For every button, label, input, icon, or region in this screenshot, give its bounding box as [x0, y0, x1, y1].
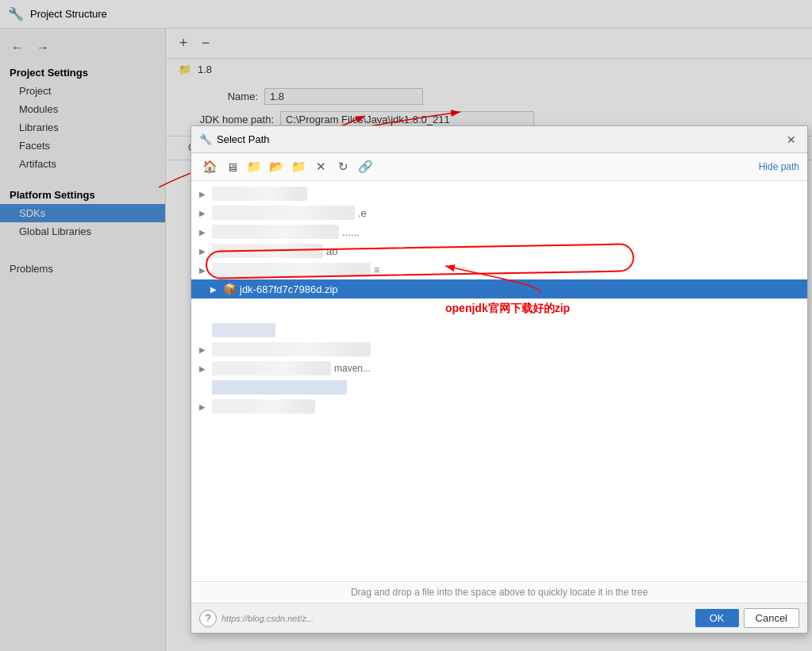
folder-button[interactable]: 📁	[244, 156, 264, 177]
cancel-button[interactable]: Cancel	[744, 608, 799, 628]
tree-item[interactable]: ▶ maven...	[191, 359, 807, 378]
desktop-button[interactable]: 🖥	[221, 156, 242, 177]
drop-hint: Drag and drop a file into the space abov…	[191, 581, 807, 603]
annotation-row: openjdk官网下载好的zip	[191, 299, 807, 321]
footer-left: ? https://blog.csdn.net/z...	[199, 610, 314, 627]
tree-item[interactable]: ▶ ≡	[191, 260, 807, 279]
tree-item[interactable]: ▶	[191, 340, 807, 359]
chevron-icon: ▶	[199, 345, 209, 354]
dialog-close-button[interactable]: ✕	[783, 132, 799, 148]
chevron-icon: ▶	[199, 190, 209, 198]
select-path-overlay: 🔧 Select Path ✕ 🏠 🖥 📁 📂 📁 ✕ ↻ 🔗 Hide pat…	[0, 0, 812, 651]
tree-item[interactable]: ▶ ao	[191, 241, 807, 260]
tree-item[interactable]	[191, 378, 807, 397]
dialog-toolbar: 🏠 🖥 📁 📂 📁 ✕ ↻ 🔗 Hide path	[191, 153, 807, 181]
dialog-footer: ? https://blog.csdn.net/z... OK Cancel	[191, 603, 807, 633]
chevron-icon: ▶	[199, 364, 209, 373]
chevron-icon: ▶	[199, 228, 209, 237]
dialog-toolbar-left: 🏠 🖥 📁 📂 📁 ✕ ↻ 🔗	[199, 156, 375, 177]
hide-path-link[interactable]: Hide path	[759, 161, 799, 172]
tree-item[interactable]: ▶ .e	[191, 203, 807, 222]
chevron-icon: ▶	[210, 285, 220, 294]
tree-item[interactable]: ▶	[191, 397, 807, 416]
dialog-title-label: Select Path	[217, 133, 270, 145]
network-button[interactable]: 🔗	[355, 156, 375, 177]
jdk-zip-label: jdk-687fd7c7986d.zip	[240, 283, 338, 295]
openjdk-annotation: openjdk官网下载好的zip	[445, 302, 570, 316]
chevron-icon: ▶	[199, 247, 209, 256]
tree-item-jdk-zip[interactable]: ▶ 📦 jdk-687fd7c7986d.zip	[191, 279, 807, 299]
chevron-icon: ▶	[199, 209, 209, 218]
dialog-icon: 🔧	[199, 133, 212, 145]
url-hint: https://blog.csdn.net/z...	[221, 614, 314, 623]
ok-button[interactable]: OK	[695, 609, 739, 627]
dialog-title-bar: 🔧 Select Path ✕	[191, 126, 807, 153]
delete-button[interactable]: ✕	[310, 156, 331, 177]
new-folder-button[interactable]: 📁	[288, 156, 309, 177]
select-path-dialog: 🔧 Select Path ✕ 🏠 🖥 📁 📂 📁 ✕ ↻ 🔗 Hide pat…	[190, 125, 808, 634]
chevron-icon: ▶	[199, 266, 209, 275]
file-tree[interactable]: ▶ ▶ .e ▶ ...... ▶ ao ▶ ≡	[191, 181, 807, 581]
zip-file-icon: 📦	[223, 283, 237, 295]
home-button[interactable]: 🏠	[199, 156, 220, 177]
chevron-icon: ▶	[199, 403, 209, 411]
tree-item[interactable]	[191, 321, 807, 340]
refresh-button[interactable]: ↻	[333, 156, 353, 177]
folder-up-button[interactable]: 📂	[266, 156, 287, 177]
tree-item[interactable]: ▶	[191, 184, 807, 203]
dialog-title-content: 🔧 Select Path	[199, 133, 270, 145]
help-button[interactable]: ?	[199, 610, 217, 627]
footer-right: OK Cancel	[695, 608, 799, 628]
tree-item[interactable]: ▶ ......	[191, 222, 807, 241]
